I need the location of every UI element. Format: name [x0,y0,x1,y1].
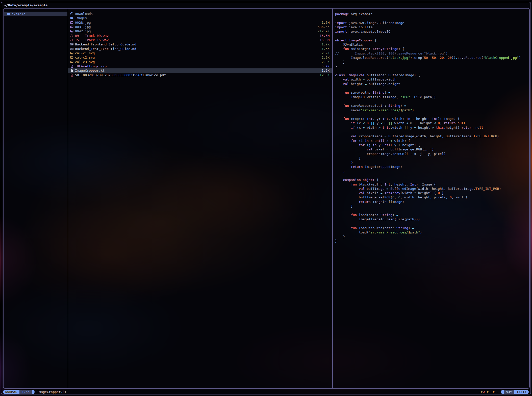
pill-cap-icon [32,390,35,394]
file-row[interactable]: ImageCropper.kt1.6K [68,68,332,73]
image-icon [70,21,73,24]
file-name: 15 - Track 15.wav [75,38,320,42]
file-size: 1.3M [322,21,330,24]
file-row[interactable]: 0028.jpg1.3M [68,20,332,25]
file-row[interactable]: cal-c1.svg2.9K [68,51,332,55]
file-size: 15.3M [320,34,330,38]
audio-icon [70,38,73,42]
position-pill: 93% 14/15 [501,390,529,394]
folder-icon [70,16,73,20]
code-line: val croppedImage = BufferedImage(width, … [335,134,530,138]
terminal-window: ~/Data/example/example example Downloads… [1,2,531,394]
code-line: fun black(width: Int, height: Int): Imag… [335,182,530,187]
code-line: fun loadResource(path: String) = [335,226,530,230]
image-icon [70,51,73,55]
file-name: ImageCropper.kt [75,69,322,72]
code-line: @JvmStatic [335,42,530,47]
file-name: cal-c2.svg [75,56,322,59]
audio-icon [70,34,73,37]
file-name: 0028.jpg [75,21,322,24]
file-name: 0031.jpg [75,25,318,29]
mode-pill: NORMAL 1.6K [3,390,35,394]
code-preview-pane: package org.example import java.awt.imag… [333,12,530,243]
code-line [335,34,530,38]
code-line: save("src/main/resources/$path") [335,108,530,112]
code-line: } [335,60,530,64]
file-permissions: -rw-r--r-- [479,390,498,394]
file-size: 1.6K [322,69,330,72]
download-icon [70,12,73,16]
file-row[interactable]: IDEAsettings.zip5.2K [68,64,332,68]
file-row[interactable]: Images [68,16,332,20]
code-line [335,221,530,226]
code-line: if (x + width > this.width || y + height… [335,125,530,130]
file-row[interactable]: SBI_0032013739_2023_DE05_0003155631Invoi… [68,73,332,77]
file-name: Backend_Test_Execution_Guide.md [75,47,322,51]
code-line [335,173,530,178]
file-name: Backend_Frontend_Setup_Guide.md [75,42,322,46]
sidebar-item-label: example [12,12,26,16]
code-line: for (i in x until x + width) { [335,139,530,143]
code-line: import java.awt.image.BufferedImage [335,21,530,25]
code-line: val buffImage = BufferedImage(width, hei… [335,187,530,191]
file-icon [70,69,73,72]
code-line: } [335,204,530,208]
code-line: companion object { [335,178,530,182]
code-line: val height = buffImage.height [335,82,530,86]
status-bar: NORMAL 1.6K ImageCropper.kt -rw-r--r-- 9… [3,389,529,394]
file-list: DownloadsImages0028.jpg1.3M0031.jpg586.3… [68,12,332,77]
code-line: val width = buffImage.width [335,77,530,82]
code-line: Image.loadResource("black.jpg").crop(50,… [335,56,530,60]
file-row[interactable]: 15 - Track 15.wav15.3M [68,38,332,42]
code-line: ImageIO.write(buffImage, "JPG", File(pat… [335,95,530,99]
folder-icon [7,12,10,16]
archive-icon [70,65,73,68]
code-line: // Image.black(100, 100).saveResource("b… [335,51,530,56]
code-line: Image(ImageIO.read(File(path))) [335,217,530,221]
pill-cap-icon [501,390,504,394]
code-line [335,112,530,117]
code-line: object ImageCropper { [335,38,530,42]
file-row[interactable]: cal-c3.svg2.9K [68,60,332,64]
code-line: package org.example [335,12,530,16]
file-name: Downloads [75,12,330,16]
file-name: 09 - Track 09.wav [75,34,320,38]
code-line [335,208,530,213]
file-row[interactable]: 09 - Track 09.wav15.3M [68,34,332,38]
file-row[interactable]: Backend_Frontend_Setup_Guide.md1.7K [68,42,332,46]
markdown-icon [70,43,73,46]
code-line: buffImage.setRGB(0, 0, width, height, pi… [335,195,530,199]
file-size: 2.9K [322,51,330,55]
code-line: } [335,234,530,239]
list-position: 14/15 [514,390,529,394]
sidebar-item-example[interactable]: example [4,12,67,16]
file-size: 212.9K [318,29,330,33]
code-line: } [335,239,530,243]
file-manager-panes: example DownloadsImages0028.jpg1.3M0031.… [3,8,530,389]
scroll-percent: 93% [504,390,514,394]
code-line [335,69,530,73]
code-line: return Image(buffImage) [335,200,530,204]
file-size: 15.3M [320,38,330,42]
file-name: 0042.jpg [75,29,318,33]
file-row[interactable]: Backend_Test_Execution_Guide.md1.3K [68,47,332,51]
file-name: SBI_0032013739_2023_DE05_0003155631Invoi… [75,73,320,77]
file-row[interactable]: Downloads [68,12,332,16]
file-size: 1.7K [322,42,330,46]
file-row[interactable]: 0042.jpg212.9K [68,29,332,33]
code-line: } [335,160,530,165]
image-icon [70,60,73,64]
code-line: fun crop(x: Int, y: Int, width: Int, hei… [335,117,530,121]
breadcrumb-path: ~/Data/example/example [4,3,47,7]
code-line: load("src/main/resources/$path") [335,230,530,234]
file-size: 5.2K [322,64,330,68]
file-row[interactable]: 0031.jpg586.3K [68,25,332,29]
pdf-icon [70,73,73,77]
file-name: cal-c3.svg [75,60,322,64]
code-line: for (j in y until y + height) { [335,143,530,147]
code-line [335,130,530,134]
code-line: return Image(croppedImage) [335,165,530,169]
file-row[interactable]: cal-c2.svg2.9K [68,55,332,60]
code-line: fun saveResource(path: String) = [335,103,530,108]
file-name: IDEAsettings.zip [75,64,322,68]
